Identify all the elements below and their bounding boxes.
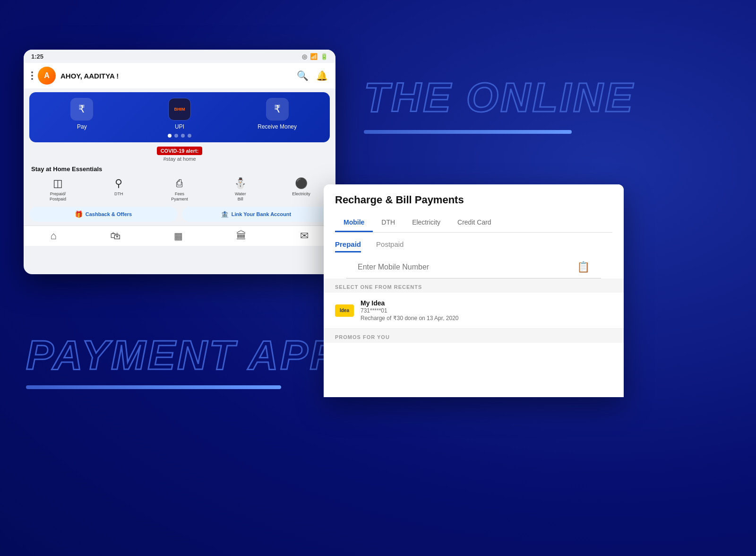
home-icon: ⌂ xyxy=(51,230,57,242)
dot-3 xyxy=(181,134,185,138)
prepaid-type[interactable]: Prepaid xyxy=(335,240,361,252)
fees-label: FeesPyament xyxy=(171,191,188,202)
link-bank-icon: 🏦 xyxy=(221,210,229,218)
bank-icon: 🏛 xyxy=(236,230,247,242)
stay-home-text: #stay at home xyxy=(24,156,335,162)
recharge-title: Recharge & Bill Payments xyxy=(335,194,612,206)
notification-icon[interactable]: 🔔 xyxy=(316,70,328,81)
bhim-icon: BHIM xyxy=(174,107,185,112)
tab-dth[interactable]: DTH xyxy=(373,214,404,232)
cashback-icon: 🎁 xyxy=(75,210,83,218)
dth-label: DTH xyxy=(114,191,123,197)
upi-icon-box: BHIM xyxy=(168,98,191,121)
upi-label: UPI xyxy=(175,123,184,130)
heading-payment-underline xyxy=(26,385,281,389)
recent-item[interactable]: Idea My Idea 731*****01 Recharge of ₹30 … xyxy=(324,293,624,329)
header-left: A AHOY, AADITYA ! xyxy=(31,67,119,85)
prepaid-icon: ◫ xyxy=(53,177,63,190)
recharge-tabs: Mobile DTH Electricity Credit Card xyxy=(335,214,612,233)
pay-action[interactable]: ₹ Pay xyxy=(34,98,130,130)
header-right: 🔍 🔔 xyxy=(297,70,328,81)
recent-info: My Idea 731*****01 Recharge of ₹30 done … xyxy=(361,299,612,321)
dot-4 xyxy=(188,134,191,138)
nav-bank[interactable]: 🏛 xyxy=(236,230,247,242)
recharge-panel: Recharge & Bill Payments Mobile DTH Elec… xyxy=(324,184,624,397)
recents-label: SELECT ONE FROM RECENTS xyxy=(324,278,624,293)
promos-label: PROMOS FOR YOU xyxy=(324,329,624,343)
app-header: A AHOY, AADITYA ! 🔍 🔔 xyxy=(24,63,335,88)
tab-mobile[interactable]: Mobile xyxy=(335,214,373,232)
cashback-label: Cashback & Offers xyxy=(86,211,132,217)
status-icons: ◎ 📶 🔋 xyxy=(302,53,328,60)
cashback-button[interactable]: 🎁 Cashback & Offers xyxy=(29,207,177,222)
nav-mail[interactable]: ✉ xyxy=(300,230,309,242)
nav-qr[interactable]: ▦ xyxy=(174,230,183,242)
upi-action[interactable]: BHIM UPI xyxy=(131,98,228,130)
mail-icon: ✉ xyxy=(300,230,309,242)
recent-detail: Recharge of ₹30 done on 13 Apr, 2020 xyxy=(361,315,612,321)
covid-alert: COVID-19 alert: #stay at home xyxy=(24,146,335,162)
banner-actions: ₹ Pay BHIM UPI ₹ Receive Money xyxy=(33,98,326,130)
vibrate-icon: ◎ xyxy=(302,53,307,60)
essential-fees[interactable]: ⎙ FeesPyament xyxy=(149,177,210,202)
dth-icon: ⚲ xyxy=(115,177,122,190)
nav-home[interactable]: ⌂ xyxy=(51,230,57,242)
heading-payment: PAYMENT APP xyxy=(26,331,339,379)
recharge-header: Recharge & Bill Payments Mobile DTH Elec… xyxy=(324,184,624,233)
receive-money-action[interactable]: ₹ Receive Money xyxy=(229,98,326,130)
electricity-icon: ⚫ xyxy=(295,177,308,190)
qr-icon: ▦ xyxy=(174,230,183,242)
water-icon: ⛄ xyxy=(234,177,247,190)
recent-number: 731*****01 xyxy=(361,307,612,314)
avatar[interactable]: A xyxy=(38,67,56,85)
link-bank-label: Link Your Bank Account xyxy=(232,211,291,217)
pay-icon-box: ₹ xyxy=(70,98,93,121)
banner-dots xyxy=(168,134,191,138)
dot-1 xyxy=(168,134,172,138)
hero-banner: ₹ Pay BHIM UPI ₹ Receive Money xyxy=(29,92,330,142)
dot-2 xyxy=(174,134,178,138)
receive-icon: ₹ xyxy=(274,103,281,115)
heading-online: THE ONLINE xyxy=(364,73,635,122)
home-essentials: ◫ Prepaid/Postpaid ⚲ DTH ⎙ FeesPyament ⛄… xyxy=(24,174,335,205)
shop-icon: 🛍 xyxy=(110,230,120,242)
link-bank-button[interactable]: 🏦 Link Your Bank Account xyxy=(182,207,330,222)
wifi-icon: 📶 xyxy=(310,53,318,60)
payment-type-row: Prepaid Postpaid xyxy=(324,233,624,252)
essential-electricity[interactable]: ⚫ Electricity xyxy=(271,177,332,202)
tab-electricity[interactable]: Electricity xyxy=(404,214,449,232)
nav-shop[interactable]: 🛍 xyxy=(110,230,120,242)
battery-icon: 🔋 xyxy=(320,53,328,60)
section-title: Stay at Home Essentials xyxy=(24,164,335,174)
electricity-label: Electricity xyxy=(292,191,310,197)
search-icon[interactable]: 🔍 xyxy=(297,70,309,81)
pay-label: Pay xyxy=(77,123,87,130)
contacts-icon[interactable]: 📋 xyxy=(577,261,590,273)
prepaid-label: Prepaid/Postpaid xyxy=(50,191,66,202)
bottom-nav: ⌂ 🛍 ▦ 🏛 ✉ xyxy=(24,226,335,246)
tab-credit-card[interactable]: Credit Card xyxy=(449,214,500,232)
greeting-text: AHOY, AADITYA ! xyxy=(60,72,119,80)
essential-dth[interactable]: ⚲ DTH xyxy=(88,177,149,202)
essential-prepaid[interactable]: ◫ Prepaid/Postpaid xyxy=(27,177,88,202)
receive-icon-box: ₹ xyxy=(266,98,289,121)
essential-water[interactable]: ⛄ WaterBill xyxy=(210,177,271,202)
receive-money-label: Receive Money xyxy=(258,123,297,130)
pay-icon: ₹ xyxy=(78,103,85,115)
water-label: WaterBill xyxy=(235,191,246,202)
idea-logo: Idea xyxy=(335,304,354,317)
menu-button[interactable] xyxy=(31,71,33,80)
heading-online-underline xyxy=(364,130,572,134)
postpaid-type[interactable]: Postpaid xyxy=(376,240,404,252)
mobile-input-row: 📋 xyxy=(346,256,601,278)
recent-name: My Idea xyxy=(361,299,612,307)
status-time: 1:25 xyxy=(31,53,43,60)
mobile-number-input[interactable] xyxy=(358,263,577,271)
status-bar: 1:25 ◎ 📶 🔋 xyxy=(24,50,335,63)
phone-mockup: 1:25 ◎ 📶 🔋 A AHOY, AADITYA ! 🔍 🔔 xyxy=(24,50,335,274)
covid-badge: COVID-19 alert: xyxy=(157,147,203,155)
fees-icon: ⎙ xyxy=(176,177,182,190)
action-buttons-row: 🎁 Cashback & Offers 🏦 Link Your Bank Acc… xyxy=(24,205,335,224)
